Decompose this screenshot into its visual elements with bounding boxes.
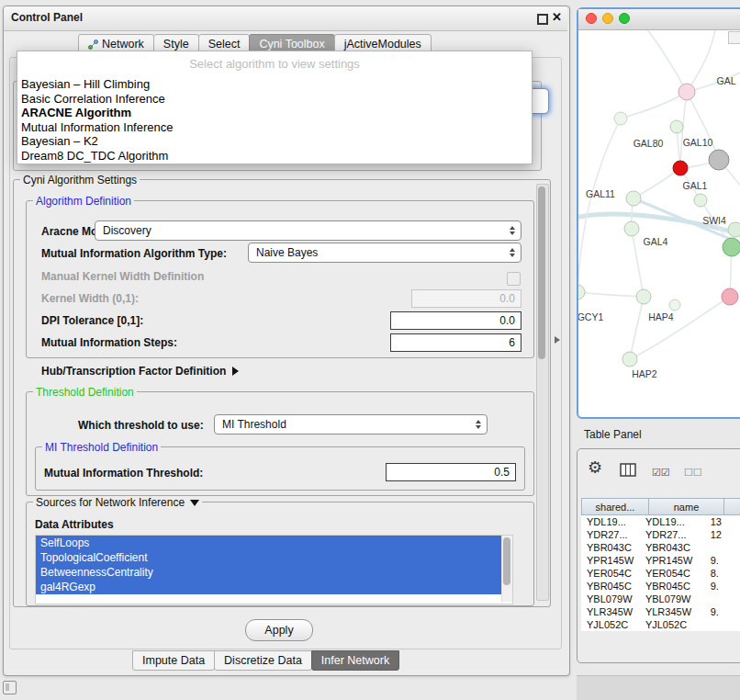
dpi-tolerance-field[interactable]: 0.0 [390, 311, 521, 330]
algorithm-option[interactable]: Mutual Information Inference [17, 120, 532, 135]
network-node[interactable] [678, 84, 695, 100]
network-node[interactable] [636, 289, 651, 304]
application-root: Control Panel ✕ NetworkStyleSelectCyni T… [0, 0, 740, 700]
apply-button[interactable]: Apply [245, 619, 313, 641]
network-node[interactable] [578, 285, 585, 299]
kernel-width-field[interactable]: 0.0 [411, 289, 521, 308]
mi-type-select[interactable]: Naive Bayes [248, 243, 521, 263]
algorithm-definition-title: Algorithm Definition [33, 195, 134, 208]
algorithm-option[interactable]: Basic Correlation Inference [17, 92, 532, 107]
sources-toggle[interactable]: Sources for Network Inference [33, 496, 202, 509]
column-header[interactable]: name [649, 498, 724, 515]
cyni-settings-title: Cyni Algorithm Settings [20, 174, 140, 186]
minimize-traffic-light[interactable] [602, 13, 613, 24]
mi-steps-field[interactable]: 6 [390, 333, 521, 352]
table-cell: YBR045C [640, 580, 705, 593]
hub-definition-toggle[interactable]: Hub/Transcription Factor Definition [41, 365, 239, 378]
attribute-item[interactable]: gal4RGexp [36, 580, 502, 594]
column-header[interactable] [724, 498, 740, 515]
tab-infer-network[interactable]: Infer Network [311, 650, 399, 671]
network-node[interactable] [669, 299, 680, 310]
algorithm-option[interactable]: Bayesian – K2 [17, 134, 532, 149]
network-node[interactable] [670, 120, 683, 133]
close-icon[interactable]: ✕ [552, 10, 562, 24]
network-node[interactable] [723, 238, 740, 256]
table-cell [705, 618, 740, 631]
mi-threshold-group-title: MI Threshold Definition [42, 441, 161, 454]
table-cell: YBL079W [581, 593, 640, 605]
splitter-arrow-icon[interactable] [555, 336, 560, 344]
which-threshold-value: MI Threshold [222, 418, 286, 431]
table-row[interactable]: YLR345WYLR345W9. [581, 605, 740, 618]
scrollbar-thumb[interactable] [503, 537, 510, 585]
combo-arrows-icon [510, 226, 515, 235]
network-node[interactable] [728, 222, 740, 237]
table-cell: YPR145W [640, 554, 705, 567]
deselect-all-columns-icon[interactable]: ☐☐ [684, 467, 702, 479]
network-edge [633, 168, 680, 198]
network-node[interactable] [694, 194, 707, 207]
close-traffic-light[interactable] [586, 13, 597, 24]
attribute-item[interactable]: BetweennessCentrality [36, 565, 502, 580]
table-cell: YBR043C [581, 541, 640, 554]
manual-kernel-checkbox[interactable] [507, 272, 521, 286]
network-node[interactable] [673, 161, 688, 175]
network-node[interactable] [614, 112, 627, 125]
node-label: GAL [716, 75, 735, 86]
sources-title: Sources for Network Inference [36, 496, 185, 509]
network-node[interactable] [624, 221, 639, 236]
network-node[interactable] [722, 288, 738, 305]
table-cell: 9. [705, 580, 740, 593]
network-node[interactable] [622, 352, 637, 367]
network-node[interactable] [626, 191, 641, 206]
network-canvas[interactable]: GALGAL80GAL10GAL11GAL1SWI4GAL4GCY1HAP4HA… [578, 29, 740, 413]
mi-threshold-field[interactable]: 0.5 [386, 463, 516, 481]
attribute-item[interactable]: SelfLoops [36, 536, 502, 550]
scrollbar-thumb[interactable] [538, 186, 545, 359]
table-row[interactable]: YBR045CYBR045C9. [581, 580, 740, 593]
data-attributes-list[interactable]: SelfLoopsTopologicalCoefficientBetweenne… [35, 535, 513, 604]
node-label: GCY1 [578, 311, 603, 322]
table-cell: YDL19... [581, 515, 640, 528]
columns-icon[interactable] [620, 463, 636, 480]
collapse-down-icon [190, 500, 199, 506]
bottom-status-strip [577, 675, 740, 700]
algorithm-option[interactable]: Dream8 DC_TDC Algorithm [17, 149, 532, 164]
column-header[interactable]: shared... [581, 498, 649, 515]
which-threshold-select[interactable]: MI Threshold [214, 414, 488, 435]
zoom-traffic-light[interactable] [619, 13, 630, 24]
table-cell: YLR345W [640, 605, 705, 618]
float-window-icon[interactable] [537, 14, 548, 25]
table-row[interactable]: YDR27...YDR27...12 [581, 528, 740, 541]
algorithm-option[interactable]: Bayesian – Hill Climbing [17, 77, 532, 92]
gear-icon[interactable]: ⚙ [588, 459, 602, 476]
select-all-columns-icon[interactable]: ☑☑ [652, 467, 670, 479]
node-label: GAL80 [633, 138, 664, 149]
table-row[interactable]: YPR145WYPR145W9. [581, 554, 740, 567]
table-row[interactable]: YBL079WYBL079W [581, 593, 740, 605]
table-row[interactable]: YJL052CYJL052C [581, 618, 740, 631]
network-node[interactable] [709, 150, 729, 170]
aracne-mode-select[interactable]: Discovery [95, 220, 521, 241]
control-panel-titlebar[interactable] [4, 6, 567, 31]
scrollbar-corner [728, 31, 740, 44]
algorithm-option[interactable]: ARACNE Algorithm [17, 106, 532, 120]
table-cell: YER054C [581, 567, 640, 580]
settings-scrollbar[interactable] [536, 184, 549, 601]
network-edge [578, 119, 621, 292]
tab-impute-data[interactable]: Impute Data [132, 650, 215, 671]
tab-discretize-data[interactable]: Discretize Data [214, 650, 312, 671]
mi-threshold-label: Mutual Information Threshold: [44, 467, 203, 480]
table-cell: YER054C [640, 567, 705, 580]
list-scrollbar[interactable] [501, 536, 512, 602]
table-row[interactable]: YER054CYER054C8. [581, 567, 740, 580]
table-row[interactable]: YBR043CYBR043C [581, 541, 740, 554]
table-cell: YLR345W [581, 605, 640, 618]
table-row[interactable]: YDL19...YDL19...13 [581, 515, 740, 528]
panel-restore-icon[interactable] [3, 681, 17, 694]
attribute-item[interactable]: TopologicalCoefficient [36, 550, 502, 565]
bottom-tab-bar: Impute DataDiscretize DataInfer Network [133, 650, 399, 671]
table-cell [705, 593, 740, 605]
mi-type-label: Mutual Information Algorithm Type: [41, 247, 227, 260]
network-edge [687, 92, 719, 160]
